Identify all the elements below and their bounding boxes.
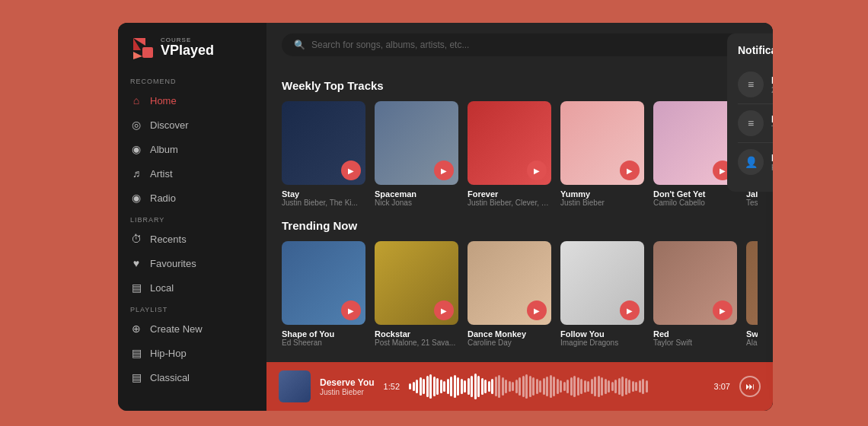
waveform-bar <box>618 378 621 395</box>
sidebar-item-album[interactable]: ◉Album <box>118 137 266 161</box>
svg-rect-2 <box>142 47 153 58</box>
track-name: Don't Get Yet <box>653 189 737 199</box>
track-name: Follow You <box>560 329 644 339</box>
trending-now-title: Trending Now <box>282 219 758 232</box>
sidebar-item-hip-hop[interactable]: ▤Hip-Hop <box>118 341 266 365</box>
waveform-bar <box>536 379 538 394</box>
sidebar-item-radio[interactable]: ◉Radio <box>118 186 266 210</box>
waveform-bar <box>409 383 411 389</box>
waveform-bar <box>573 376 576 397</box>
track-play-button[interactable]: ▶ <box>527 300 547 320</box>
content-area: Weekly Top Tracks ▶StayJustin Bieber, Th… <box>266 67 773 362</box>
waveform-bar <box>608 380 610 393</box>
track-play-button[interactable]: ▶ <box>620 161 640 180</box>
notif-item[interactable]: ≡Playlist Added234 Songs2 Mins <box>738 65 773 104</box>
waveform-bar <box>601 377 603 396</box>
sidebar-item-artist[interactable]: ♬Artist <box>118 161 266 186</box>
sidebar-item-favourites[interactable]: ♥Favourites <box>118 251 266 275</box>
notifications-panel: Notifications View All ≡Playlist Added23… <box>727 33 773 192</box>
track-thumbnail: ▶ <box>653 241 737 325</box>
player-bar: Deserve You Justin Bieber 1:52 3:07 ⏭ <box>266 362 773 411</box>
player-skip-button[interactable]: ⏭ <box>739 376 761 397</box>
app-logo-icon <box>130 35 155 59</box>
track-card: ▶Follow YouImagine Dragons <box>560 241 644 347</box>
favourites-label: Favourites <box>150 258 196 269</box>
album-icon: ◉ <box>130 143 142 155</box>
notif-item-body: Playlist Added234 Songs <box>771 75 773 94</box>
classical-label: Classical <box>150 372 190 383</box>
waveform-bar <box>621 377 624 396</box>
notif-item-body: Profile UpdatePhoto Updated <box>771 153 773 172</box>
waveform-bar <box>423 379 425 394</box>
track-artist: Tesher, Jasi... <box>746 199 758 207</box>
hip-hop-label: Hip-Hop <box>150 348 187 359</box>
top-bar: 🔍 Search for songs, albums, artists, etc… <box>266 23 773 67</box>
waveform-bar <box>646 380 648 393</box>
waveform-bar <box>491 379 493 394</box>
track-play-button[interactable]: ▶ <box>527 161 547 180</box>
track-play-button[interactable]: ▶ <box>341 300 361 320</box>
waveform-bar <box>560 380 562 393</box>
waveform-bar <box>420 377 422 396</box>
waveform-bar <box>447 379 449 394</box>
waveform-bar <box>515 380 518 393</box>
track-name: Yummy <box>560 189 644 199</box>
waveform-bar <box>628 380 630 393</box>
track-play-button[interactable]: ▶ <box>620 300 640 320</box>
waveform-bar <box>553 377 555 396</box>
sidebar-item-home[interactable]: ⌂Home <box>118 88 266 113</box>
waveform-bar <box>474 374 477 399</box>
recents-icon: ⏱ <box>130 233 142 245</box>
sidebar-sections: RECOMEND⌂Home◎Discover◉Album♬Artist◉Radi… <box>118 72 266 389</box>
notif-item[interactable]: 👤Profile UpdatePhoto Updated8 Hours <box>738 143 773 181</box>
waveform-bar <box>505 380 507 393</box>
waveform-bar <box>584 380 586 393</box>
waveform-bar <box>639 380 641 393</box>
sidebar-item-local[interactable]: ▤Local <box>118 275 266 300</box>
track-thumbnail: ▶ <box>375 101 458 185</box>
track-card: ▶Don't Get YetCamilo Cabello <box>653 101 737 207</box>
sidebar-item-recents[interactable]: ⏱Recents <box>118 227 266 251</box>
waveform-bar <box>484 380 487 393</box>
player-artist: Justin Bieber <box>320 388 375 396</box>
waveform-bar <box>457 377 459 396</box>
notif-item-sub: To 8 People <box>771 125 773 133</box>
notif-items: ≡Playlist Added234 Songs2 Mins≡Playlist … <box>738 65 773 181</box>
waveform-bar <box>525 374 528 399</box>
waveform-bar <box>464 380 466 393</box>
waveform-bar <box>577 377 579 396</box>
waveform-bar <box>471 376 473 397</box>
waveform-bar <box>570 377 573 396</box>
notif-item-body: Playlist SharedTo 8 People <box>771 114 773 133</box>
search-icon: 🔍 <box>294 40 305 50</box>
track-play-button[interactable]: ▶ <box>713 300 732 320</box>
track-name: Stay <box>282 189 365 199</box>
sidebar-item-classical[interactable]: ▤Classical <box>118 365 266 389</box>
radio-icon: ◉ <box>130 192 142 204</box>
track-play-button[interactable]: ▶ <box>434 161 454 180</box>
waveform-bar <box>591 379 593 394</box>
notif-item[interactable]: ≡Playlist SharedTo 8 People6 Hours <box>738 104 773 143</box>
player-end-time: 3:07 <box>714 382 730 391</box>
notif-item-title: Profile Update <box>771 153 773 164</box>
notif-item-title: Playlist Shared <box>771 114 773 125</box>
sidebar-item-discover[interactable]: ◎Discover <box>118 113 266 137</box>
track-card: ▶Shape of YouEd Sheeran <box>282 241 365 347</box>
waveform-bar <box>546 377 548 396</box>
app-container: COURSE VPlayed RECOMEND⌂Home◎Discover◉Al… <box>118 23 773 411</box>
sidebar-item-create-new[interactable]: ⊕Create New <box>118 316 266 341</box>
track-play-button[interactable]: ▶ <box>434 300 454 320</box>
track-artist: Taylor Swift <box>653 339 737 347</box>
sidebar-section-label-recomend: RECOMEND <box>118 72 266 88</box>
waveform-bar <box>443 381 445 392</box>
waveform-bar <box>413 382 415 391</box>
track-art <box>746 241 758 325</box>
track-thumbnail: ▶ <box>468 241 551 325</box>
search-box[interactable]: 🔍 Search for songs, albums, artists, etc… <box>282 33 758 56</box>
waveform-bar <box>550 375 552 398</box>
waveform-bar <box>481 378 483 395</box>
track-thumbnail: ▶ <box>282 241 365 325</box>
waveform-bar <box>477 376 480 397</box>
track-play-button[interactable]: ▶ <box>341 161 361 180</box>
waveform-bar <box>416 380 418 393</box>
